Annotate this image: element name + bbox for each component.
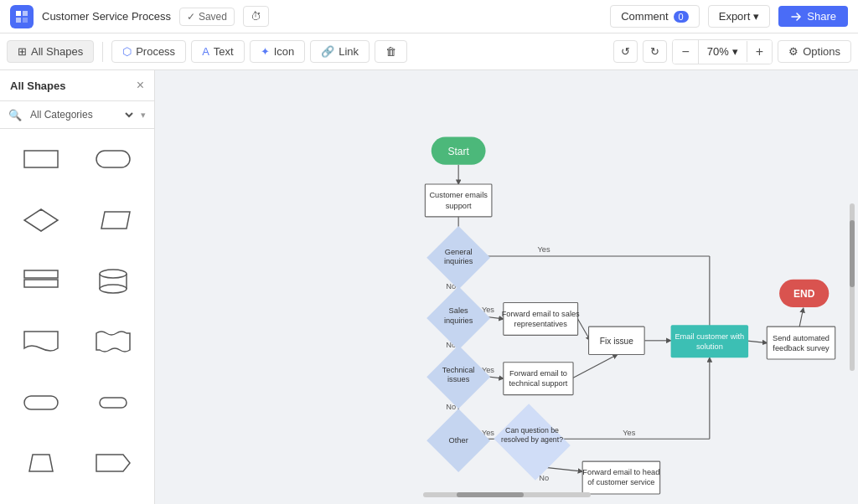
svg-rect-47 (425, 184, 492, 217)
shape-document[interactable] (8, 320, 74, 363)
canvas[interactable]: No Yes Yes No Yes No Yes (155, 70, 858, 504)
comment-button[interactable]: Comment 0 (610, 5, 699, 28)
shape-oval[interactable] (8, 381, 74, 424)
redo-button[interactable]: ↻ (643, 40, 667, 63)
horizontal-scrollbar-thumb[interactable] (457, 492, 524, 497)
undo-button[interactable]: ↺ (613, 40, 638, 63)
check-icon: ✓ (187, 11, 195, 23)
icon-icon: ✦ (261, 45, 270, 58)
svg-text:Yes: Yes (623, 429, 635, 437)
svg-rect-15 (100, 398, 127, 408)
shape-diamond[interactable] (8, 198, 74, 242)
svg-rect-5 (96, 151, 130, 167)
history-button[interactable]: ⏱ (243, 6, 269, 27)
svg-text:issues: issues (447, 375, 470, 383)
shape-wave[interactable] (80, 320, 146, 363)
category-select[interactable]: All Categories (27, 108, 136, 121)
share-label: Share (807, 10, 836, 23)
shape-server[interactable] (8, 259, 74, 302)
svg-marker-17 (96, 455, 130, 471)
options-label: Options (803, 45, 840, 58)
link-button[interactable]: 🔗 Link (310, 40, 370, 63)
process-button[interactable]: ⬡ Process (111, 40, 186, 63)
sidebar-header: All Shapes × (0, 70, 154, 101)
svg-point-13 (100, 285, 127, 293)
shape-pentagon[interactable] (80, 441, 146, 485)
svg-text:Forward email to sales: Forward email to sales (502, 310, 580, 318)
diagram: No Yes Yes No Yes No Yes (155, 70, 858, 504)
svg-text:support: support (446, 202, 472, 210)
link-icon: 🔗 (321, 45, 334, 58)
zoom-out-button[interactable]: − (673, 40, 698, 64)
svg-rect-62 (504, 363, 573, 395)
svg-text:Other: Other (449, 436, 468, 445)
sidebar-search: 🔍 All Categories ▾ (0, 101, 154, 129)
app-logo (10, 5, 34, 28)
svg-text:of customer service: of customer service (587, 478, 654, 486)
toolbar-separator (102, 42, 103, 62)
svg-text:Send automated: Send automated (773, 334, 830, 342)
zoom-controls: − 70% ▾ + (672, 39, 773, 64)
topbar: Customer Service Process ✓ Saved ⏱ Comme… (0, 0, 858, 33)
svg-text:Fix issue: Fix issue (600, 337, 633, 346)
svg-rect-1 (23, 11, 28, 16)
svg-rect-8 (24, 270, 58, 278)
svg-marker-7 (101, 212, 130, 229)
main: All Shapes × 🔍 All Categories ▾ (0, 70, 858, 504)
svg-text:Forward email to: Forward email to (509, 369, 567, 378)
horizontal-scrollbar[interactable] (423, 492, 591, 497)
shape-rounded-rect[interactable] (80, 137, 146, 181)
sidebar-title: All Shapes (10, 80, 65, 92)
vertical-scrollbar-thumb[interactable] (850, 220, 855, 287)
svg-text:feedback survey: feedback survey (773, 344, 830, 352)
text-icon: A (202, 45, 209, 58)
svg-line-44 (799, 308, 804, 327)
svg-text:Can question be: Can question be (505, 426, 559, 435)
zoom-level[interactable]: 70% ▾ (699, 41, 747, 62)
zoom-in-button[interactable]: + (747, 40, 772, 64)
svg-text:END: END (793, 288, 815, 300)
svg-text:Email customer with: Email customer with (675, 332, 744, 341)
shape-rectangle[interactable] (8, 137, 74, 181)
svg-text:inquiries: inquiries (444, 316, 473, 325)
options-icon: ⚙ (788, 45, 799, 58)
icon-label: Icon (274, 45, 295, 58)
svg-rect-3 (23, 18, 28, 23)
all-shapes-button[interactable]: ⊞ All Shapes (7, 40, 94, 63)
svg-rect-75 (671, 325, 749, 357)
chevron-down-icon: ▾ (141, 110, 146, 121)
text-button[interactable]: A Text (191, 40, 245, 63)
chevron-down-icon: ▾ (753, 10, 759, 23)
svg-text:Sales: Sales (449, 306, 469, 315)
options-button[interactable]: ⚙ Options (778, 40, 851, 63)
toolbar: ⊞ All Shapes ⬡ Process A Text ✦ Icon 🔗 L… (0, 33, 858, 70)
sidebar-close-button[interactable]: × (137, 79, 144, 92)
svg-text:solution: solution (696, 342, 723, 351)
svg-point-10 (100, 270, 127, 278)
vertical-scrollbar[interactable] (850, 203, 855, 371)
share-button[interactable]: Share (778, 6, 848, 27)
chevron-down-icon: ▾ (732, 45, 738, 58)
svg-rect-14 (24, 396, 58, 409)
svg-rect-56 (504, 303, 578, 336)
svg-rect-2 (16, 18, 21, 23)
search-icon: 🔍 (8, 109, 22, 121)
svg-rect-4 (24, 151, 58, 167)
svg-text:Start: Start (447, 146, 469, 157)
export-button[interactable]: Export ▾ (708, 5, 771, 28)
svg-text:General: General (445, 248, 473, 256)
shape-cylinder[interactable] (80, 259, 146, 302)
shape-parallelogram[interactable] (80, 198, 146, 242)
export-label: Export (719, 10, 751, 23)
all-shapes-label: All Shapes (31, 45, 83, 58)
text-label: Text (214, 45, 234, 58)
saved-label: Saved (199, 11, 227, 23)
document-title: Customer Service Process (42, 10, 171, 23)
svg-line-43 (745, 341, 767, 343)
svg-text:inquiries: inquiries (444, 257, 473, 265)
shape-pill[interactable] (80, 381, 146, 424)
icon-button[interactable]: ✦ Icon (250, 40, 306, 63)
delete-button[interactable]: 🗑 (375, 40, 407, 63)
process-icon: ⬡ (122, 45, 132, 58)
shape-trapezoid[interactable] (8, 441, 74, 485)
